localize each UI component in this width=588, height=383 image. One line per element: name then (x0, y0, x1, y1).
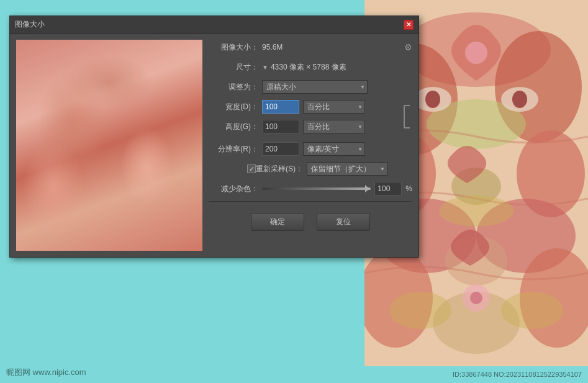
noise-row: 减少杂色： % (209, 181, 412, 196)
resample-row: 调整为： 原稿大小 自定 (209, 79, 412, 94)
button-row: 确定 复位 (209, 207, 412, 234)
svg-point-21 (465, 42, 487, 64)
watermark-right: ID:33867448 NO:20231108125229354107 (453, 371, 582, 378)
wh-section: 宽度(D)： 百分比 像素 厘米 高度(G)： (209, 99, 412, 139)
link-bracket-container (401, 101, 412, 133)
width-row: 宽度(D)： 百分比 像素 厘米 (209, 99, 401, 114)
resolution-input[interactable] (262, 142, 299, 156)
watermark-left: 昵图网 www.nipic.com (6, 367, 86, 378)
preview-art (16, 40, 202, 251)
image-size-row: 图像大小： 95.6M ⚙ (209, 40, 412, 55)
dialog-body: 图像大小： 95.6M ⚙ 尺寸： ▼ 4330 像素 × 5788 像素 调整… (10, 34, 418, 257)
dimension-dropdown-arrow[interactable]: ▼ (262, 64, 268, 71)
svg-point-20 (501, 292, 563, 329)
svg-point-23 (470, 292, 482, 304)
height-unit-wrapper: 百分比 像素 厘米 (303, 120, 365, 133)
resample-method-wrapper: 保留细节（扩大） 两次立方（较平滑） 两次立方（较锐利） (307, 162, 387, 176)
close-button[interactable]: ✕ (404, 20, 414, 30)
height-label: 高度(G)： (209, 122, 258, 132)
resample-select[interactable]: 原稿大小 自定 (262, 80, 368, 94)
resample-checkbox-label: 重新采样(S)： (256, 164, 303, 174)
width-unit-select[interactable]: 百分比 像素 厘米 (303, 100, 365, 114)
svg-point-19 (389, 292, 451, 329)
resample-checkbox[interactable] (247, 164, 256, 173)
width-input[interactable] (262, 100, 299, 114)
dimension-value: 4330 像素 × 5788 像素 (271, 62, 346, 73)
image-size-value: 95.6M (262, 43, 283, 52)
noise-slider-container: % (262, 182, 412, 196)
gear-icon[interactable]: ⚙ (404, 42, 412, 52)
noise-label: 减少杂色： (209, 184, 258, 194)
height-input[interactable] (262, 120, 299, 133)
image-size-label: 图像大小： (209, 42, 258, 53)
resample-method-select[interactable]: 保留细节（扩大） 两次立方（较平滑） 两次立方（较锐利） (307, 162, 387, 176)
resample-select-wrapper: 原稿大小 自定 (262, 80, 368, 94)
svg-point-18 (439, 196, 513, 227)
noise-unit: % (405, 184, 412, 193)
resample-label: 调整为： (209, 82, 258, 92)
width-label: 宽度(D)： (209, 102, 258, 112)
svg-point-17 (512, 91, 527, 108)
noise-input[interactable] (374, 182, 402, 196)
resample-checkbox-row: 重新采样(S)： 保留细节（扩大） 两次立方（较平滑） 两次立方（较锐利） (209, 161, 412, 176)
resolution-label: 分辨率(R)： (209, 144, 258, 155)
resolution-unit-select[interactable]: 像素/英寸 像素/厘米 (303, 142, 365, 156)
noise-slider-thumb (365, 185, 369, 192)
separator (209, 201, 412, 202)
svg-point-16 (425, 91, 440, 108)
image-size-dialog: 图像大小 ✕ 图像大小： 95.6M ⚙ 尺寸： ▼ 4330 像素 × 578… (9, 16, 419, 258)
reset-button[interactable]: 复位 (317, 213, 370, 231)
width-unit-wrapper: 百分比 像素 厘米 (303, 100, 365, 114)
preview-area (16, 40, 202, 251)
dimension-row: 尺寸： ▼ 4330 像素 × 5788 像素 (209, 60, 412, 74)
link-bracket-icon (404, 105, 410, 128)
resolution-unit-wrapper: 像素/英寸 像素/厘米 (303, 142, 365, 156)
confirm-button[interactable]: 确定 (251, 213, 304, 231)
height-unit-select[interactable]: 百分比 像素 厘米 (303, 120, 365, 133)
noise-slider-track[interactable] (262, 187, 371, 190)
height-row: 高度(G)： 百分比 像素 厘米 (209, 119, 401, 134)
wh-inputs: 宽度(D)： 百分比 像素 厘米 高度(G)： (209, 99, 401, 139)
dialog-title: 图像大小 (15, 19, 45, 30)
settings-panel: 图像大小： 95.6M ⚙ 尺寸： ▼ 4330 像素 × 5788 像素 调整… (209, 40, 412, 251)
dimension-label: 尺寸： (209, 62, 258, 73)
resolution-row: 分辨率(R)： 像素/英寸 像素/厘米 (209, 142, 412, 156)
dialog-titlebar: 图像大小 ✕ (10, 16, 418, 34)
